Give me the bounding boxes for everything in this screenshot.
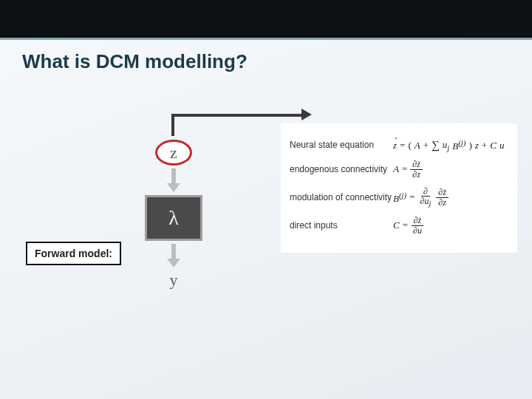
label-B: modulation of connectivity (290, 192, 393, 202)
flow-column: z λ y (144, 140, 203, 290)
equations-panel: Neural state equation z = ( A + ∑ uj B(j… (281, 123, 517, 253)
arrow-stem (171, 244, 176, 260)
row-A: endogenous connectivity A = ∂ż ∂z (290, 160, 508, 179)
node-y: y (144, 270, 203, 290)
label-C: direct inputs (290, 220, 393, 231)
forward-model-label: Forward model: (26, 242, 121, 265)
label-state: Neural state equation (290, 140, 393, 150)
math-state: z = ( A + ∑ uj B(j) ) z + C u (393, 138, 504, 152)
sym-zdot: z (393, 140, 397, 151)
math-C: C = ∂ż ∂u (393, 216, 424, 235)
math-A: A = ∂ż ∂z (393, 160, 423, 179)
title-bar (0, 0, 532, 40)
row-state-equation: Neural state equation z = ( A + ∑ uj B(j… (290, 138, 508, 152)
node-z: z (155, 140, 192, 166)
arrow-right-icon (301, 109, 312, 120)
arrow-down-icon (167, 259, 180, 267)
math-B: B(j) = ∂ ∂uj ∂ż ∂z (393, 187, 449, 208)
slide-body: Forward model: z λ y Neural state equati… (0, 73, 532, 395)
frac-A: ∂ż ∂z (410, 160, 423, 179)
row-B: modulation of connectivity B(j) = ∂ ∂uj … (290, 187, 508, 208)
frac-B-outer: ∂ ∂uj (418, 187, 434, 208)
frac-C: ∂ż ∂u (411, 216, 424, 235)
frac-B-inner: ∂ż ∂z (436, 188, 449, 207)
page-title: What is DCM modelling? (0, 40, 532, 73)
row-C: direct inputs C = ∂ż ∂u (290, 216, 508, 235)
label-A: endogenous connectivity (290, 164, 393, 174)
arrow-down-icon (167, 183, 180, 192)
arrow-stem (171, 168, 176, 185)
node-lambda: λ (145, 195, 202, 241)
